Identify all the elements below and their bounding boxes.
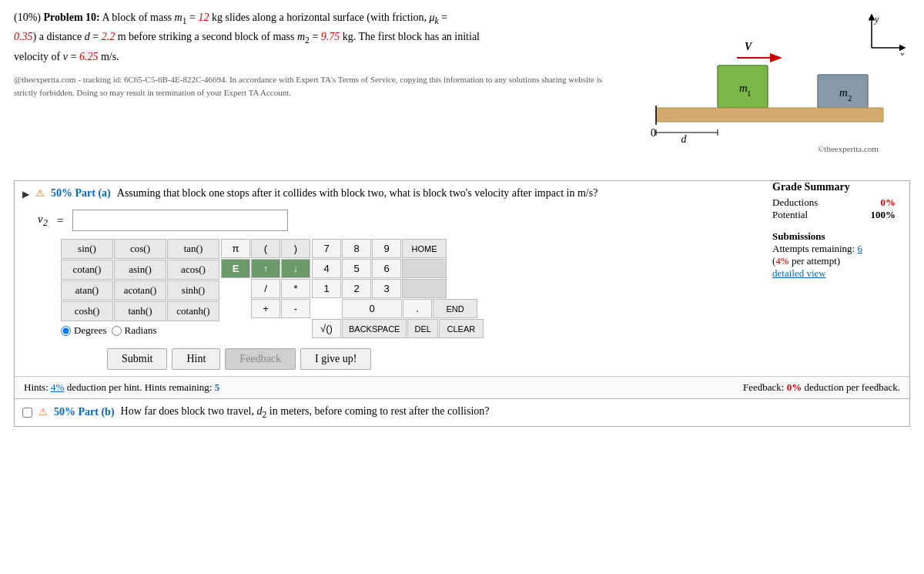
feedback-text: deduction per feedback. bbox=[804, 381, 900, 393]
deductions-label: Deductions bbox=[772, 196, 818, 209]
degrees-label[interactable]: Degrees bbox=[61, 324, 107, 337]
acotan-button[interactable]: acotan() bbox=[114, 280, 166, 300]
svg-text:©theexpertta.com: ©theexpertta.com bbox=[818, 144, 879, 153]
num-5[interactable]: 5 bbox=[342, 259, 371, 278]
up-arrow-button[interactable]: ↑ bbox=[251, 259, 280, 278]
part-a-question: Assuming that block one stops after it c… bbox=[117, 187, 598, 200]
potential-label: Potential bbox=[772, 209, 808, 221]
action-buttons: Submit Hint Feedback I give up! bbox=[15, 344, 909, 376]
dist-pre: ) a distance d = bbox=[33, 31, 102, 42]
part-b-checkbox[interactable] bbox=[22, 408, 32, 418]
cotan-button[interactable]: cotan() bbox=[61, 260, 113, 280]
svg-text:d: d bbox=[681, 133, 688, 145]
submit-button[interactable]: Submit bbox=[107, 348, 167, 370]
down-arrow-button[interactable]: ↓ bbox=[281, 259, 310, 278]
asin-button[interactable]: asin() bbox=[114, 260, 166, 280]
hints-remaining: 5 bbox=[215, 381, 220, 393]
svg-text:0: 0 bbox=[651, 127, 656, 139]
answer-input[interactable] bbox=[72, 210, 288, 231]
close-paren-button[interactable]: ) bbox=[281, 239, 310, 258]
tracking-info: @theexpertta.com - tracking id: 6C65-C5-… bbox=[14, 73, 625, 99]
pi-button[interactable]: π bbox=[221, 239, 250, 258]
radians-label[interactable]: Radians bbox=[112, 324, 157, 337]
del-button[interactable]: DEL bbox=[407, 319, 437, 338]
deductions-value: 0% bbox=[881, 196, 896, 209]
problem-desc-pre: A block of mass m1 = bbox=[102, 12, 198, 23]
acos-button[interactable]: acos() bbox=[167, 260, 219, 280]
sqrt-button[interactable]: √() bbox=[312, 319, 341, 338]
cos-button[interactable]: cos() bbox=[114, 239, 166, 259]
igiveup-button[interactable]: I give up! bbox=[300, 348, 371, 370]
potential-value: 100% bbox=[871, 209, 896, 221]
mu-value: 0.35 bbox=[14, 31, 33, 42]
clear-button[interactable]: CLEAR bbox=[439, 319, 484, 338]
num-7[interactable]: 7 bbox=[312, 239, 341, 258]
m2-value: 9.75 bbox=[321, 31, 340, 42]
special-input-area: π ( ) E ↑ ↓ / * bbox=[221, 239, 310, 319]
part-b-checkbox-area bbox=[22, 408, 32, 418]
radians-radio[interactable] bbox=[112, 326, 122, 336]
problem-percent: (10%) bbox=[14, 12, 41, 23]
svg-rect-12 bbox=[656, 108, 883, 122]
hints-row: Hints: 4% deduction per hint. Hints rema… bbox=[15, 376, 909, 398]
multiply-button[interactable]: * bbox=[281, 279, 310, 298]
d-unit: m before striking a second block of mass… bbox=[115, 31, 321, 42]
tanh-button[interactable]: tanh() bbox=[114, 301, 166, 321]
deg-rad-row: Degrees Radians bbox=[61, 322, 219, 339]
problem-text: (10%) Problem 10: A block of mass m1 = 1… bbox=[14, 9, 625, 65]
sin-button[interactable]: sin() bbox=[61, 239, 113, 259]
hint-button[interactable]: Hint bbox=[172, 348, 220, 370]
plus-button[interactable]: + bbox=[251, 299, 280, 318]
end-button[interactable]: END bbox=[433, 299, 477, 318]
open-paren-button[interactable]: ( bbox=[251, 239, 280, 258]
home-button[interactable]: HOME bbox=[402, 239, 447, 258]
num-6[interactable]: 6 bbox=[372, 259, 401, 278]
tan-button[interactable]: tan() bbox=[167, 239, 219, 259]
cosh-button[interactable]: cosh() bbox=[61, 301, 113, 321]
d-value: 2.2 bbox=[102, 31, 116, 42]
hints-left: Hints: 4% deduction per hint. Hints rema… bbox=[24, 381, 219, 394]
backspace-button[interactable]: BACKSPACE bbox=[342, 319, 407, 338]
m2-unit: kg. The first block has an initial bbox=[340, 31, 480, 42]
svg-text:m: m bbox=[839, 86, 848, 99]
v-value: 6.25 bbox=[79, 51, 99, 62]
warning-icon-b: ⚠ bbox=[38, 406, 48, 418]
problem-number: Problem 10: bbox=[44, 12, 100, 23]
part-b-question: How far does block two travel, d2 in met… bbox=[121, 405, 490, 420]
physics-scene: V m 1 m 2 0 bbox=[625, 36, 887, 159]
svg-text:y: y bbox=[874, 14, 879, 25]
num-9[interactable]: 9 bbox=[372, 239, 401, 258]
num-0[interactable]: 0 bbox=[342, 299, 402, 318]
feedback-button[interactable]: Feedback bbox=[225, 348, 296, 370]
atan-button[interactable]: atan() bbox=[61, 280, 113, 300]
physics-diagram: y x V m 1 bbox=[625, 9, 910, 179]
problem-section: Grade Summary Deductions 0% Potential 10… bbox=[14, 180, 910, 427]
num-4[interactable]: 4 bbox=[312, 259, 341, 278]
hints-prefix: Hints: bbox=[24, 381, 51, 393]
svg-text:1: 1 bbox=[747, 89, 752, 98]
cotanh-button[interactable]: cotanh() bbox=[167, 301, 219, 321]
divide-button[interactable]: / bbox=[251, 279, 280, 298]
num-1[interactable]: 1 bbox=[312, 279, 341, 298]
num-8[interactable]: 8 bbox=[342, 239, 371, 258]
svg-text:V: V bbox=[745, 41, 753, 52]
play-icon: ▶ bbox=[22, 189, 29, 200]
function-buttons: sin() cos() tan() cotan() asin() acos() … bbox=[61, 239, 219, 339]
degrees-radio[interactable] bbox=[61, 326, 71, 336]
m1-value: 12 bbox=[198, 12, 209, 23]
num-2[interactable]: 2 bbox=[342, 279, 371, 298]
sinh-button[interactable]: sinh() bbox=[167, 280, 219, 300]
hints-right: Feedback: 0% deduction per feedback. bbox=[743, 381, 900, 394]
grade-summary-title: Grade Summary bbox=[772, 181, 896, 193]
decimal-button[interactable]: . bbox=[403, 299, 432, 318]
num-3[interactable]: 3 bbox=[372, 279, 401, 298]
svg-text:2: 2 bbox=[848, 93, 852, 102]
E-button[interactable]: E bbox=[221, 259, 250, 278]
equals-sign: = bbox=[57, 214, 63, 227]
hints-pct[interactable]: 4% bbox=[51, 381, 64, 393]
v-unit: m/s. bbox=[98, 51, 119, 62]
vel-pre: velocity of v = bbox=[14, 51, 79, 62]
m1-unit: kg slides along a horizontal surface (wi… bbox=[209, 12, 447, 23]
warning-icon-a: ⚠ bbox=[35, 187, 45, 200]
minus-button[interactable]: - bbox=[281, 299, 310, 318]
